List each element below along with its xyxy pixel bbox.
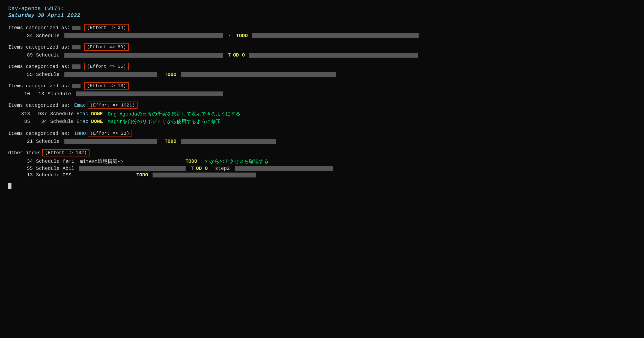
item-num1-4-1: 10 [19,91,30,97]
item-bar-2-1b [249,53,418,58]
item-row-3-1: 55 Schedule TODO [8,72,636,77]
item-bar-6-1a [64,139,157,144]
item-row-2-1: 89 Schedule T OD O [8,52,636,58]
item-type-5-2: Schedule [50,119,74,124]
item-num2-5-1: 987 [33,111,47,117]
item-row-7-1: 34 Schedule fami mitest環境構築-> TODO 外からのア… [8,158,636,165]
effort-badge-2: (Effort => 89) [84,43,129,51]
section-5: Items categorized as: Emac (Effort => 10… [8,102,636,125]
cursor-line [8,183,636,189]
item-num-2-1: 89 [19,52,33,58]
item-sep-7-2: T [188,166,194,171]
item-type-7-3: Schedule OSS [36,172,71,178]
item-bar-7-3b [153,173,256,177]
category-prefix-2: Items categorized as: [8,45,70,50]
item-num2-5-2: 34 [33,119,47,124]
category-color-swatch-3 [72,64,80,69]
effort-badge-1: (Effort => 34) [84,24,129,31]
header-line1: Day-agenda (W17): [8,5,636,12]
item-num-1-1: 34 [19,33,33,38]
item-bar-7-2a [79,166,186,171]
item-sep-1-1: · [225,33,234,38]
section-6: Items categorized as: INHO (Effort => 21… [8,130,636,144]
item-cat-5-2: Emac [76,119,88,124]
item-row-1-1: 34 Schedule · TODO [8,33,636,38]
header-line2: Saturday 30 April 2022 [8,12,636,19]
item-bar-2-1a [64,53,223,58]
category-row-7: Other items (Effort => 102) [8,149,636,156]
item-row-7-3: 13 Schedule OSS TODO [8,172,636,178]
category-name-6: INHO [71,131,86,136]
item-bar-1-1b [252,33,419,38]
item-cat-5-1: Emac [76,111,88,117]
item-num-7-1: 34 [19,159,33,164]
item-todo-7-3: TODO [136,172,148,178]
item-num1-5-2: 85 [19,119,30,124]
category-row-3: Items categorized as: (Effort => 55) [8,63,636,70]
category-prefix-7: Other items [8,150,41,156]
item-bar-3-1b [181,72,336,77]
item-num-3-1: 55 [19,72,33,77]
item-row-7-2: 55 Schedule Abil T OD O step2 [8,166,636,171]
category-prefix-5: Items categorized as: [8,103,70,108]
item-sep-2-1: T [225,52,231,58]
item-todo-7-1: TODO [186,159,197,164]
item-type-5-1: Schedule [50,111,74,117]
item-num1-5-1: 313 [19,111,30,117]
section-1: Items categorized as: (Effort => 34) 34 … [8,24,636,38]
category-row-1: Items categorized as: (Effort => 34) [8,24,636,31]
category-prefix-1: Items categorized as: [8,25,70,31]
item-bar-7-2b [235,166,333,171]
item-bar-1-1a [64,33,223,38]
section-4: Items categorized as: (Effort => 13) 10 … [8,82,636,97]
item-todo-6-1: TODO [162,139,176,144]
item-done-5-2: DONE [91,119,103,124]
item-text-5-1: Org-Agendaの日毎の予実を集計して表示できるようにする [108,111,240,117]
item-num2-4-1: 13 [33,91,44,97]
item-type-7-1: Schedule fami [36,159,74,164]
effort-badge-3: (Effort => 55) [84,63,129,70]
item-todo-3-1: TODO [162,72,176,77]
item-inline-7-1: mitest環境構築-> [77,158,123,165]
section-3: Items categorized as: (Effort => 55) 55 … [8,63,636,77]
item-bar-4-1a [76,91,223,96]
category-color-swatch-2 [72,45,80,49]
item-bar-6-1b [181,139,276,144]
item-row-5-2: 85 34 Schedule Emac DONE Magitを自分のリポジトリか… [8,118,636,125]
item-row-4-1: 10 13 Schedule [8,91,636,97]
item-todo-7-2: OD O [196,166,208,171]
category-prefix-3: Items categorized as: [8,64,70,69]
category-row-4: Items categorized as: (Effort => 13) [8,82,636,90]
item-type-2-1: Schedule [36,52,59,58]
item-type-1-1: Schedule [36,33,59,38]
item-todo-1-1: TODO [236,33,248,38]
category-color-swatch-4 [72,84,80,88]
category-row-2: Items categorized as: (Effort => 89) [8,43,636,51]
item-num-7-2: 55 [19,166,33,171]
item-row-5-1: 313 987 Schedule Emac DONE Org-Agendaの日毎… [8,111,636,117]
effort-badge-5: (Effort => 1021) [88,102,138,109]
effort-badge-6: (Effort => 21) [88,130,132,137]
category-prefix-6: Items categorized as: [8,131,70,136]
section-2: Items categorized as: (Effort => 89) 89 … [8,43,636,58]
category-row-5: Items categorized as: Emac (Effort => 10… [8,102,636,109]
effort-badge-4: (Effort => 13) [84,82,129,90]
category-color-swatch-1 [72,26,80,30]
item-num-6-1: 21 [19,139,33,144]
section-7: Other items (Effort => 102) 34 Schedule … [8,149,636,178]
item-row-6-1: 21 Schedule TODO [8,139,636,144]
category-prefix-4: Items categorized as: [8,83,70,89]
item-type-3-1: Schedule [36,72,59,77]
item-type-7-2: Schedule Abil [36,166,74,171]
item-text-5-2: Magitを自分のリポジトリから使用するように修正 [108,118,221,125]
category-row-6: Items categorized as: INHO (Effort => 21… [8,130,636,137]
item-num-7-3: 13 [19,172,33,178]
category-name-5: Emac [71,103,86,108]
effort-badge-7: (Effort => 102) [42,149,90,156]
item-type-6-1: Schedule [36,139,59,144]
item-sublabel-7-2: step2 [212,166,233,171]
item-type-4-1: Schedule [47,91,71,97]
text-cursor [8,183,11,189]
item-text-7-1: 外からのアクセスを確認する [202,158,269,165]
item-todo-2-1: OD O [233,52,245,58]
